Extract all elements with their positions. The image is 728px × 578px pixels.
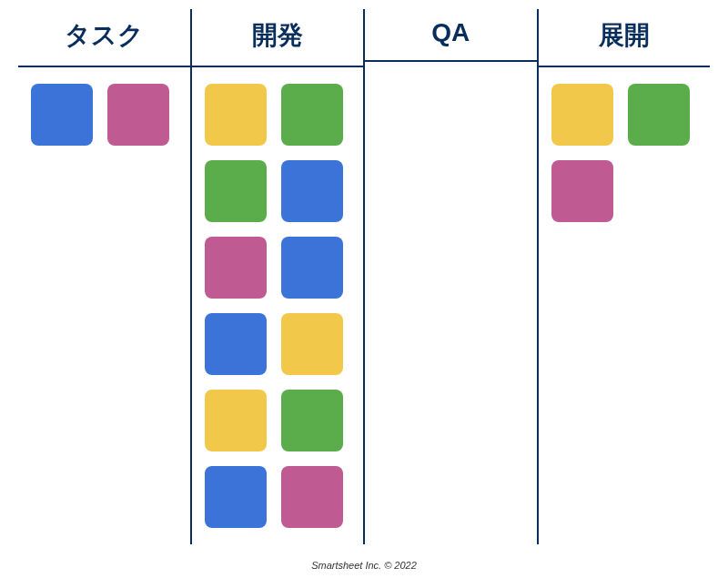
- column-header-deploy: 展開: [539, 9, 711, 67]
- card[interactable]: [551, 160, 613, 222]
- kanban-board: タスク開発QA展開: [0, 0, 728, 544]
- card[interactable]: [31, 84, 93, 146]
- column-cards-tasks: [18, 67, 190, 162]
- column-header-qa: QA: [365, 9, 537, 62]
- card[interactable]: [107, 84, 169, 146]
- card[interactable]: [281, 84, 343, 146]
- card[interactable]: [205, 313, 267, 375]
- card[interactable]: [205, 160, 267, 222]
- column-qa: QA: [365, 9, 539, 544]
- column-header-tasks: タスク: [18, 9, 190, 67]
- column-deploy: 展開: [539, 9, 711, 544]
- column-header-dev: 開発: [192, 9, 364, 67]
- card[interactable]: [281, 237, 343, 299]
- footer-copyright: Smartsheet Inc. © 2022: [0, 560, 728, 571]
- card[interactable]: [281, 466, 343, 528]
- column-tasks: タスク: [18, 9, 192, 544]
- column-cards-deploy: [539, 67, 711, 238]
- card[interactable]: [628, 84, 690, 146]
- card[interactable]: [205, 84, 267, 146]
- column-cards-qa: [365, 62, 537, 95]
- card[interactable]: [205, 237, 267, 299]
- column-dev: 開発: [192, 9, 366, 544]
- card[interactable]: [205, 466, 267, 528]
- card[interactable]: [281, 390, 343, 451]
- card[interactable]: [281, 313, 343, 375]
- card[interactable]: [281, 160, 343, 222]
- column-cards-dev: [192, 67, 364, 544]
- card[interactable]: [205, 390, 267, 451]
- card[interactable]: [551, 84, 613, 146]
